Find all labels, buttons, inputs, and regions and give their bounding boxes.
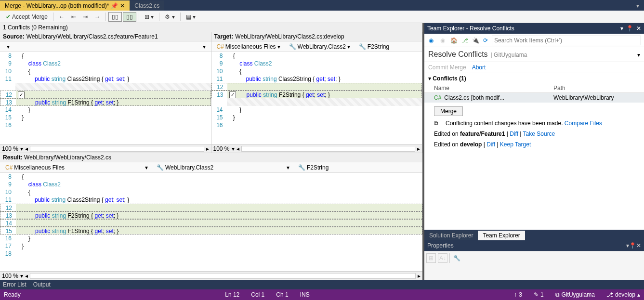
scrollbar[interactable] [30,146,204,152]
scroll-left[interactable]: ◂ [25,145,28,152]
code-line[interactable]: 14 } [0,106,211,114]
take-source-link[interactable]: Take Source [523,130,555,137]
scroll-right[interactable]: ▸ [206,145,209,152]
code-line[interactable]: 18 [0,250,422,258]
target-code[interactable]: 8 {9 class Class210 {11 public string Cl… [211,52,422,144]
crumb-member[interactable]: 🔧 F2String [355,42,393,51]
pin-icon[interactable]: 📌 [111,2,118,9]
close-icon[interactable]: ✕ [636,242,641,249]
source-crumb-dd[interactable]: ▾ [199,42,209,51]
categorized-icon[interactable]: ⊞ [426,253,436,263]
result-zoom[interactable]: 100 % [2,273,18,279]
code-line[interactable]: 10 { [0,67,211,75]
code-line[interactable]: 8 { [0,173,422,181]
status-repo[interactable]: ⧉ GitUygulama [555,291,595,298]
code-line[interactable]: 10 { [0,188,422,196]
refresh-icon[interactable]: ⟳ [483,37,488,44]
tab-merge[interactable]: Merge - WebLibrary...op (both modified)*… [0,0,130,11]
branch-icon[interactable]: ⎇ [461,37,468,44]
source-code[interactable]: 8 {9 class Class210 {11 public string Cl… [0,52,211,144]
accept-checkbox[interactable]: ✓ [18,91,25,98]
layout-horizontal-button[interactable]: ▯▯ [108,12,122,22]
code-line[interactable] [211,98,422,106]
code-line[interactable]: 11 public string Class2String { get; set… [211,75,422,83]
code-line[interactable]: 9 class Class2 [0,181,422,188]
diff-source-link[interactable]: Diff [510,130,518,137]
code-line[interactable]: 13 public string F2String { get; set; } [0,211,422,219]
crumb-member[interactable]: 🔧 F2String [295,163,421,172]
code-line[interactable]: 15 public string F1String { get; set; } [0,227,422,235]
code-line[interactable]: 14 [0,219,422,227]
result-code[interactable]: 8 {9 class Class210 {11 public string Cl… [0,173,422,271]
search-input[interactable] [492,36,641,45]
zoom-dd[interactable]: ▾ [20,145,23,152]
code-line[interactable]: 16 } [0,235,422,242]
code-line[interactable]: 15 } [0,114,211,121]
diff-target-link[interactable]: Diff [486,141,495,148]
tabs-dropdown[interactable]: ▾ [631,0,644,11]
scroll-left[interactable]: ◂ [237,145,239,152]
crumb-class[interactable]: 🔧 WebLibrary.Class2 ▾ [153,163,293,172]
code-line[interactable]: 12 [0,204,422,211]
te-menu[interactable]: ▾ [637,52,640,58]
grid-options-button[interactable]: ⊞ ▾ [142,13,157,21]
crumb-class[interactable]: 🔧 WebLibrary.Class2 ▾ [286,42,354,51]
dropdown-icon[interactable]: ▾ [620,25,623,32]
tab-output[interactable]: Output [33,281,51,288]
code-line[interactable]: 8 { [0,52,211,60]
code-line[interactable]: 10 { [211,67,422,75]
merge-button[interactable]: Merge [434,106,463,116]
close-icon[interactable]: ✕ [636,25,641,32]
plug-icon[interactable]: 🔌 [472,37,479,44]
crumb-misc[interactable]: C# Miscellaneous Files ▾ [213,42,284,51]
nav-last-button[interactable]: → [92,13,103,21]
more-button[interactable]: ▤ ▾ [183,13,198,21]
scrollbar[interactable] [241,146,415,152]
status-unpushed[interactable]: ↑ 3 [514,291,522,298]
compare-files-link[interactable]: Compare Files [565,120,602,127]
nav-first-button[interactable]: ← [56,13,67,21]
alphabetical-icon[interactable]: A↓ [438,253,447,263]
code-line[interactable]: 15 } [211,114,422,121]
source-zoom[interactable]: 100 % [2,145,18,152]
code-line[interactable]: 9 class Class2 [211,60,422,67]
conflicts-header[interactable]: Conflicts (1) [433,75,466,82]
scroll-left[interactable]: ◂ [25,273,28,279]
back-button[interactable]: ◉ [427,37,435,44]
tab-team-explorer[interactable]: Team Explorer [478,231,525,240]
code-line[interactable]: 14 } [211,106,422,114]
code-line[interactable]: 13 public string F1String { get; set; } [0,98,211,106]
status-branch[interactable]: ⎇ develop ▴ [606,291,640,298]
nav-prev-button[interactable]: ⇤ [68,13,79,21]
tab-solution-explorer[interactable]: Solution Explorer [424,231,478,240]
layout-vertical-button[interactable]: ▯▯ [123,12,136,22]
source-crumb-empty[interactable]: ▾ [2,42,197,51]
scroll-right[interactable]: ▸ [418,273,421,279]
abort-button[interactable]: Abort [472,64,486,71]
target-zoom[interactable]: 100 % [213,145,230,152]
code-line[interactable]: 11 public string Class2String { get; set… [0,196,422,204]
code-line[interactable]: 11 public string Class2String { get; set… [0,75,211,83]
code-line[interactable]: 16 [211,121,422,129]
tab-error-list[interactable]: Error List [3,281,26,288]
tab-class2[interactable]: Class2.cs [130,0,164,11]
scrollbar[interactable] [30,273,416,279]
code-line[interactable]: 16 [0,121,211,129]
code-line[interactable]: 17 } [0,242,422,250]
status-changes[interactable]: ✎ 1 [534,291,544,298]
keep-target-link[interactable]: Keep Target [500,141,531,148]
pin-icon[interactable]: 📍 [629,242,636,249]
code-line[interactable] [0,83,211,91]
code-line[interactable]: 8 { [211,52,422,60]
collapse-icon[interactable]: ▾ [428,75,431,82]
scroll-right[interactable]: ▸ [417,145,420,152]
zoom-dd[interactable]: ▾ [232,145,235,152]
compare-options-button[interactable]: ⚙ ▾ [162,13,177,21]
code-line[interactable]: 12✓ [0,91,211,98]
code-line[interactable]: 12 [211,83,422,91]
accept-checkbox[interactable]: ✓ [229,91,236,98]
accept-merge-button[interactable]: ✔ Accept Merge [3,13,51,21]
crumb-misc[interactable]: C# Miscellaneous Files ▾ [2,163,151,172]
code-line[interactable]: 13 public string F2String { get; set; }✓ [211,91,422,98]
zoom-dd[interactable]: ▾ [20,273,23,279]
